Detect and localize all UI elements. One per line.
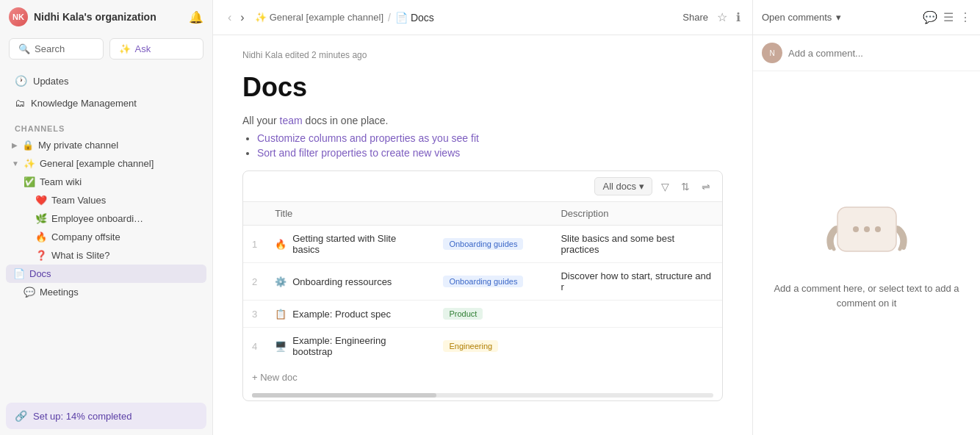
open-comments-label: Open comments: [762, 12, 832, 23]
employee-onboarding-label: Employee onboardi…: [51, 213, 143, 224]
team-values-label: Team Values: [51, 195, 106, 206]
search-icon: 🔍: [18, 43, 30, 54]
sidebar-item-meetings[interactable]: 💬 Meetings: [0, 283, 212, 301]
setup-icon: 🔗: [15, 410, 27, 422]
sidebar-item-team-values[interactable]: ❤️ Team Values: [0, 191, 212, 209]
sparkle-icon: ✨: [24, 158, 35, 169]
table-row[interactable]: 4 🖥️ Example: Engineering bootstrap Engi…: [243, 328, 722, 365]
sidebar-nav: 🕐 Updates 🗂 Knowledge Management: [0, 67, 212, 117]
all-docs-filter[interactable]: All docs ▾: [594, 177, 652, 195]
bullet-1-link[interactable]: Customize columns and properties as you …: [257, 132, 479, 144]
table-row[interactable]: 1 🔥 Getting started with Slite basics On…: [243, 226, 722, 263]
meetings-label: Meetings: [40, 287, 79, 298]
new-doc-button[interactable]: + New doc: [243, 364, 722, 390]
horizontal-scrollbar[interactable]: [243, 390, 722, 400]
info-icon[interactable]: ℹ: [736, 10, 741, 24]
open-comments-button[interactable]: Open comments ▾: [762, 12, 841, 23]
org-name: Nidhi Kala's organization: [34, 11, 156, 23]
sidebar-item-updates[interactable]: 🕐 Updates: [9, 70, 203, 92]
table-row[interactable]: 3 📋 Example: Product spec Product: [243, 301, 722, 328]
settings-icon[interactable]: ⇌: [699, 178, 713, 195]
row-description: Discover how to start, structure and r: [552, 263, 722, 301]
dropdown-icon: ▾: [836, 12, 841, 23]
doc-intro: All your team docs in one place.: [242, 115, 723, 126]
sidebar-item-employee-onboarding[interactable]: 🌿 Employee onboardi…: [0, 209, 212, 228]
team-link[interactable]: team: [280, 115, 303, 126]
setup-bar[interactable]: 🔗 Set up: 14% completed: [6, 403, 206, 429]
breadcrumb-separator: /: [388, 12, 391, 24]
sidebar-item-private-channel[interactable]: ▶ 🔒 My private channel: [0, 136, 212, 154]
row-tag[interactable]: Onboarding guides: [434, 226, 552, 263]
sidebar: NK Nidhi Kala's organization 🔔 🔍 Search …: [0, 0, 213, 435]
row-title[interactable]: 🔥 Getting started with Slite basics: [266, 226, 434, 263]
bullet-2-link[interactable]: Sort and filter properties to create new…: [257, 147, 460, 159]
share-button[interactable]: Share: [682, 12, 708, 23]
filter-icon[interactable]: ▽: [658, 178, 672, 195]
col-title: Title: [266, 202, 434, 226]
sidebar-item-team-wiki[interactable]: ✅ Team wiki: [0, 173, 212, 191]
star-icon[interactable]: ☆: [717, 10, 727, 24]
sidebar-header: NK Nidhi Kala's organization 🔔: [0, 0, 212, 34]
comment-input[interactable]: [788, 48, 971, 59]
row-title[interactable]: 🖥️ Example: Engineering bootstrap: [266, 328, 434, 365]
table-toolbar: All docs ▾ ▽ ⇅ ⇌: [243, 171, 722, 202]
forward-button[interactable]: ›: [237, 8, 247, 27]
sidebar-item-general-channel[interactable]: ▼ ✨ General [example channel]: [0, 154, 212, 173]
breadcrumb: ✨ General [example channel] / 📄 Docs: [255, 12, 676, 24]
clock-icon: 🕐: [15, 75, 27, 87]
sort-icon[interactable]: ⇅: [678, 178, 693, 195]
search-button[interactable]: 🔍 Search: [9, 38, 104, 60]
row-tag[interactable]: Product: [434, 301, 552, 328]
notification-bell-icon[interactable]: 🔔: [189, 10, 203, 24]
menu-icon[interactable]: ☰: [943, 10, 954, 24]
main-area: ‹ › ✨ General [example channel] / 📄 Docs…: [213, 0, 752, 435]
sidebar-item-knowledge[interactable]: 🗂 Knowledge Management: [9, 92, 203, 114]
row-description: [552, 301, 722, 328]
general-channel-label: General [example channel]: [40, 158, 154, 169]
private-channel-label: My private channel: [38, 140, 118, 151]
comment-bubble-icon[interactable]: 💬: [923, 10, 937, 24]
comments-empty-state: Add a comment here, or select text to ad…: [753, 71, 980, 435]
row-tag[interactable]: Engineering: [434, 328, 552, 365]
doc-title: Docs: [242, 72, 723, 103]
avatar: N: [762, 43, 782, 63]
comments-topbar: Open comments ▾ 💬 ☰ ⋮: [753, 0, 980, 35]
row-tag[interactable]: Onboarding guides: [434, 263, 552, 301]
docs-table-container: All docs ▾ ▽ ⇅ ⇌ Title Description: [242, 170, 723, 401]
breadcrumb-channel[interactable]: ✨ General [example channel]: [255, 12, 383, 23]
doc-icon: 📄: [13, 268, 25, 279]
row-title[interactable]: 📋 Example: Product spec: [266, 301, 434, 328]
table-row[interactable]: 2 ⚙️ Onboarding ressources Onboarding gu…: [243, 263, 722, 301]
sidebar-item-docs[interactable]: 📄 Docs: [6, 265, 206, 283]
comments-icons: 💬 ☰ ⋮: [923, 10, 971, 24]
row-title-text: Onboarding ressources: [292, 276, 392, 287]
breadcrumb-channel-label: General [example channel]: [270, 12, 383, 23]
chat-icon: 💬: [24, 287, 35, 298]
row-title-text: Example: Engineering bootstrap: [292, 335, 425, 357]
layers-icon: 🗂: [15, 97, 25, 109]
more-options-icon[interactable]: ⋮: [959, 10, 971, 24]
comments-panel: Open comments ▾ 💬 ☰ ⋮ N: [752, 0, 980, 435]
breadcrumb-current: 📄 Docs: [395, 12, 434, 24]
edit-meta: Nidhi Kala edited 2 minutes ago: [242, 50, 723, 60]
checkmark-icon: ✅: [24, 176, 35, 187]
ask-icon: ✨: [119, 43, 131, 54]
sidebar-scroll: ▶ 🔒 My private channel ▼ ✨ General [exam…: [0, 136, 212, 397]
sidebar-item-company-offsite[interactable]: 🔥 Company offsite: [0, 228, 212, 246]
col-description: Description: [552, 202, 722, 226]
lock-icon: 🔒: [22, 140, 34, 151]
chevron-right-icon: ▶: [12, 141, 18, 149]
row-title-text: Example: Product spec: [292, 309, 391, 320]
row-description: Slite basics and some best practices: [552, 226, 722, 263]
sidebar-item-what-is-slite[interactable]: ❓ What is Slite?: [0, 246, 212, 265]
row-num: 3: [243, 301, 266, 328]
back-button[interactable]: ‹: [225, 8, 234, 27]
doc-bullet-1: Customize columns and properties as you …: [257, 132, 723, 144]
row-emoji-icon: ⚙️: [275, 276, 287, 287]
row-title[interactable]: ⚙️ Onboarding ressources: [266, 263, 434, 301]
scroll-thumb: [252, 393, 436, 398]
sidebar-search-row: 🔍 Search ✨ Ask: [0, 34, 212, 67]
ask-button[interactable]: ✨ Ask: [109, 38, 204, 60]
docs-label: Docs: [29, 268, 51, 279]
org-avatar: NK: [9, 7, 28, 26]
